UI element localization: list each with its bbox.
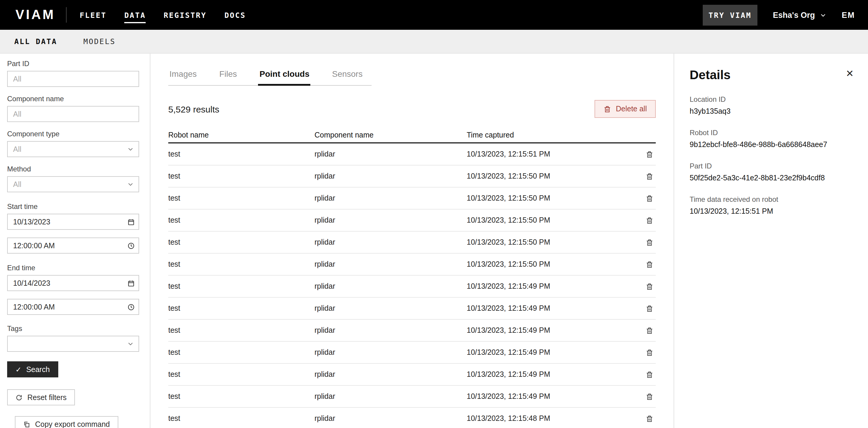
cell-time-captured: 10/13/2023, 12:15:49 PM: [467, 370, 636, 379]
cell-component-name: rplidar: [314, 260, 467, 268]
table-row[interactable]: test rplidar 10/13/2023, 12:15:49 PM: [168, 342, 656, 364]
subnav-item-all-data[interactable]: ALL DATA: [14, 37, 57, 46]
cell-time-captured: 10/13/2023, 12:15:50 PM: [467, 194, 636, 202]
row-delete-button[interactable]: [636, 324, 656, 337]
cell-time-captured: 10/13/2023, 12:15:49 PM: [467, 326, 636, 335]
cell-robot-name: test: [168, 194, 314, 202]
row-delete-button[interactable]: [636, 192, 656, 204]
cell-time-captured: 10/13/2023, 12:15:50 PM: [467, 260, 636, 268]
component-type-select[interactable]: All: [7, 141, 139, 157]
trash-icon: [646, 217, 653, 224]
row-delete-button[interactable]: [636, 148, 656, 161]
end-time-input[interactable]: [7, 299, 139, 315]
table-row[interactable]: test rplidar 10/13/2023, 12:15:50 PM: [168, 209, 656, 232]
cell-component-name: rplidar: [314, 392, 467, 401]
close-icon[interactable]: ✕: [846, 69, 854, 79]
main-content: Images Files Point clouds Sensors 5,529 …: [150, 54, 674, 428]
table-row[interactable]: test rplidar 10/13/2023, 12:15:50 PM: [168, 188, 656, 209]
part-id-input[interactable]: [7, 71, 139, 87]
cell-component-name: rplidar: [314, 238, 467, 247]
row-delete-button[interactable]: [636, 214, 656, 227]
trash-icon: [646, 282, 653, 290]
cell-time-captured: 10/13/2023, 12:15:50 PM: [467, 238, 636, 247]
calendar-icon[interactable]: [127, 218, 135, 226]
start-date-input[interactable]: [7, 214, 139, 230]
table-row[interactable]: test rplidar 10/13/2023, 12:15:49 PM: [168, 320, 656, 342]
nav-item-docs[interactable]: DOCS: [224, 7, 246, 23]
table-row[interactable]: test rplidar 10/13/2023, 12:15:49 PM: [168, 386, 656, 408]
details-field-time-received: Time data received on robot 10/13/2023, …: [690, 195, 854, 216]
table-row[interactable]: test rplidar 10/13/2023, 12:15:49 PM: [168, 364, 656, 386]
trash-icon: [646, 150, 653, 158]
top-nav: VIAM FLEET DATA REGISTRY DOCS TRY VIAM E…: [0, 0, 868, 30]
data-type-tabs: Images Files Point clouds Sensors: [168, 65, 372, 86]
row-delete-button[interactable]: [636, 280, 656, 292]
details-title: Details: [690, 68, 854, 82]
component-name-label: Component name: [7, 95, 143, 103]
row-delete-button[interactable]: [636, 258, 656, 270]
details-field-robot-id: Robot ID 9b12ebcf-bfe8-486e-988b-6a66864…: [690, 129, 854, 149]
table-row[interactable]: test rplidar 10/13/2023, 12:15:51 PM: [168, 143, 656, 166]
results-table: Robot name Component name Time captured …: [168, 127, 656, 428]
cell-component-name: rplidar: [314, 370, 467, 379]
time-received-value: 10/13/2023, 12:15:51 PM: [690, 207, 854, 216]
cell-component-name: rplidar: [314, 194, 467, 202]
row-delete-button[interactable]: [636, 412, 656, 425]
location-id-label: Location ID: [690, 95, 854, 104]
chevron-down-icon: [127, 341, 134, 347]
nav-item-fleet[interactable]: FLEET: [80, 7, 106, 23]
row-delete-button[interactable]: [636, 390, 656, 403]
copy-export-command-button[interactable]: Copy export command: [15, 416, 118, 428]
location-id-value: h3yb135aq3: [690, 107, 854, 115]
viam-logo[interactable]: VIAM: [16, 7, 55, 23]
cell-component-name: rplidar: [314, 282, 467, 290]
cell-component-name: rplidar: [314, 326, 467, 335]
column-header-component-name: Component name: [314, 131, 467, 139]
cell-robot-name: test: [168, 326, 314, 335]
table-row[interactable]: test rplidar 10/13/2023, 12:15:50 PM: [168, 232, 656, 254]
tab-images[interactable]: Images: [168, 65, 198, 85]
trash-icon: [646, 371, 653, 378]
cell-robot-name: test: [168, 260, 314, 268]
table-row[interactable]: test rplidar 10/13/2023, 12:15:50 PM: [168, 254, 656, 276]
clock-icon[interactable]: [127, 242, 135, 250]
row-delete-button[interactable]: [636, 302, 656, 315]
table-row[interactable]: test rplidar 10/13/2023, 12:15:48 PM: [168, 408, 656, 428]
chevron-down-icon: [127, 181, 134, 188]
tags-select[interactable]: [7, 336, 139, 352]
details-panel: Details ✕ Location ID h3yb135aq3 Robot I…: [674, 54, 868, 428]
check-icon: ✓: [16, 366, 22, 373]
search-button-label: Search: [26, 365, 50, 374]
cell-component-name: rplidar: [314, 414, 467, 423]
row-delete-button[interactable]: [636, 346, 656, 359]
subnav-item-models[interactable]: MODELS: [83, 37, 115, 46]
start-time-input[interactable]: [7, 237, 139, 254]
calendar-icon[interactable]: [127, 279, 135, 287]
component-type-label: Component type: [7, 130, 143, 138]
end-date-input[interactable]: [7, 275, 139, 291]
user-avatar-initials[interactable]: EM: [842, 10, 855, 19]
search-button[interactable]: ✓ Search: [7, 361, 58, 377]
row-delete-button[interactable]: [636, 236, 656, 249]
delete-all-button[interactable]: Delete all: [594, 100, 656, 118]
cell-time-captured: 10/13/2023, 12:15:48 PM: [467, 414, 636, 423]
method-label: Method: [7, 165, 143, 173]
table-row[interactable]: test rplidar 10/13/2023, 12:15:50 PM: [168, 166, 656, 188]
nav-item-registry[interactable]: REGISTRY: [164, 7, 207, 23]
method-select[interactable]: All: [7, 176, 139, 192]
row-delete-button[interactable]: [636, 368, 656, 381]
tab-point-clouds[interactable]: Point clouds: [258, 65, 311, 86]
nav-item-data[interactable]: DATA: [124, 7, 146, 23]
clock-icon[interactable]: [127, 303, 135, 311]
tab-sensors[interactable]: Sensors: [331, 65, 364, 85]
row-delete-button[interactable]: [636, 170, 656, 182]
end-time-label: End time: [7, 264, 143, 272]
cell-component-name: rplidar: [314, 304, 467, 313]
try-viam-button[interactable]: TRY VIAM: [703, 4, 757, 25]
table-row[interactable]: test rplidar 10/13/2023, 12:15:49 PM: [168, 297, 656, 320]
component-name-input[interactable]: [7, 106, 139, 122]
table-row[interactable]: test rplidar 10/13/2023, 12:15:49 PM: [168, 276, 656, 297]
tab-files[interactable]: Files: [218, 65, 238, 85]
reset-filters-button[interactable]: Reset filters: [7, 389, 75, 405]
org-switcher[interactable]: Esha's Org: [773, 10, 826, 19]
